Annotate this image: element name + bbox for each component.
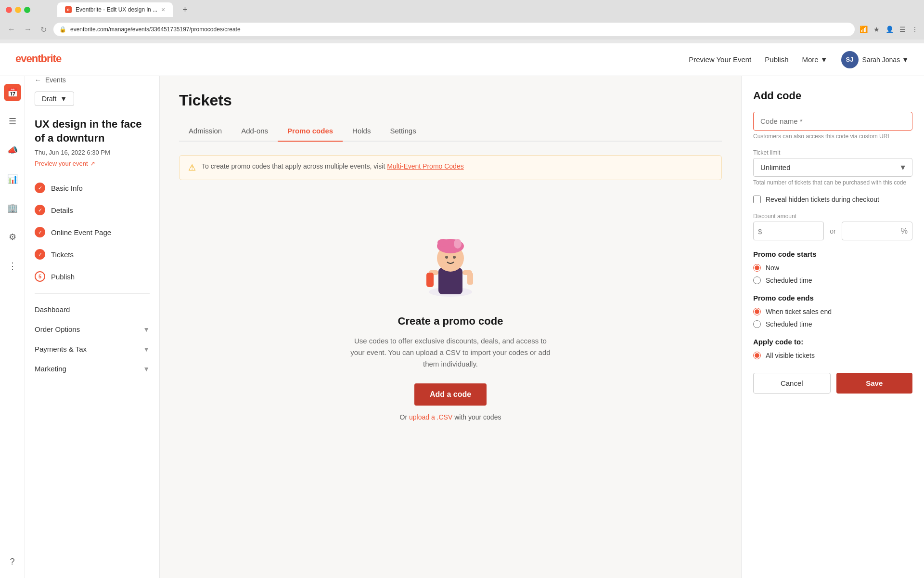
draft-status-button[interactable]: Draft ▼ bbox=[35, 92, 74, 106]
apply-all-visible-row: All visible tickets bbox=[753, 352, 912, 359]
starts-scheduled-label: Scheduled time bbox=[766, 276, 812, 284]
sidebar-payments-tax[interactable]: Payments & Tax ▼ bbox=[25, 339, 159, 359]
percent-symbol: % bbox=[901, 227, 908, 236]
reload-button[interactable]: ↻ bbox=[38, 23, 49, 36]
tab-favicon: e bbox=[65, 6, 72, 13]
help-icon[interactable]: ? bbox=[4, 553, 21, 570]
settings-icon[interactable]: ⚙ bbox=[4, 228, 21, 246]
page-title: Tickets bbox=[179, 92, 722, 109]
list-icon[interactable]: ☰ bbox=[4, 113, 21, 130]
maximize-button[interactable] bbox=[24, 7, 30, 13]
tab-title: Eventbrite - Edit UX design in ... bbox=[76, 6, 157, 13]
nav-item-tickets[interactable]: ✓ Tickets bbox=[35, 243, 150, 265]
tab-settings[interactable]: Settings bbox=[380, 121, 425, 142]
dollar-symbol: $ bbox=[758, 227, 762, 235]
tab-promo-codes[interactable]: Promo codes bbox=[278, 121, 343, 142]
menu-icon[interactable]: ⋮ bbox=[911, 26, 918, 33]
check-icon: ✓ bbox=[35, 183, 45, 193]
eventbrite-logo[interactable]: eventbrite bbox=[15, 51, 83, 68]
starts-now-radio[interactable] bbox=[753, 264, 761, 272]
profile-icon[interactable]: 👤 bbox=[886, 26, 894, 33]
main-sidebar: ← Events Draft ▼ UX design in the face o… bbox=[25, 76, 160, 578]
preview-event-link-sidebar[interactable]: Preview your event ↗ bbox=[25, 160, 159, 167]
nav-item-details[interactable]: ✓ Details bbox=[35, 199, 150, 221]
discount-label: Discount amount bbox=[753, 213, 912, 220]
tab-addons[interactable]: Add-ons bbox=[231, 121, 278, 142]
sidebar-order-options[interactable]: Order Options ▼ bbox=[25, 319, 159, 339]
user-menu[interactable]: SJ Sarah Jonas ▼ bbox=[841, 51, 909, 68]
browser-tab[interactable]: e Eventbrite - Edit UX design in ... × bbox=[57, 2, 173, 17]
code-name-field: Customers can also access this code via … bbox=[753, 112, 912, 140]
preview-event-link[interactable]: Preview Your Event bbox=[689, 55, 751, 64]
chevron-down-icon: ▼ bbox=[821, 55, 828, 64]
cast-icon: 📶 bbox=[860, 26, 868, 33]
promo-illustration bbox=[402, 224, 499, 302]
ends-scheduled-radio[interactable] bbox=[753, 320, 761, 328]
save-button[interactable]: Save bbox=[836, 373, 913, 394]
right-panel: Add code Customers can also access this … bbox=[741, 76, 924, 578]
bookmark-icon[interactable]: ★ bbox=[873, 26, 880, 33]
ticket-limit-select-wrapper: Unlimited ▼ bbox=[753, 158, 912, 177]
multi-event-link[interactable]: Multi-Event Promo Codes bbox=[387, 162, 464, 170]
nav-item-online-event[interactable]: ✓ Online Event Page bbox=[35, 221, 150, 243]
svg-point-6 bbox=[454, 239, 462, 249]
url-text: eventbrite.com/manage/events/33645173519… bbox=[70, 26, 241, 33]
sidebar-dashboard[interactable]: Dashboard bbox=[25, 300, 159, 319]
url-hint: Customers can also access this code via … bbox=[753, 133, 912, 140]
ends-sales-end-radio[interactable] bbox=[753, 308, 761, 315]
more-nav-menu[interactable]: More ▼ bbox=[802, 55, 827, 64]
ends-scheduled-row: Scheduled time bbox=[753, 320, 912, 328]
ticket-limit-select[interactable]: Unlimited bbox=[753, 158, 912, 177]
nav-item-publish[interactable]: 5 Publish bbox=[35, 265, 150, 288]
starts-scheduled-radio[interactable] bbox=[753, 276, 761, 284]
top-nav: eventbrite Preview Your Event Publish Mo… bbox=[0, 43, 924, 76]
expand-icon: ▼ bbox=[143, 345, 150, 353]
back-label: Events bbox=[45, 76, 66, 84]
tab-admission[interactable]: Admission bbox=[179, 121, 231, 142]
event-date: Thu, Jun 16, 2022 6:30 PM bbox=[25, 149, 159, 156]
svg-point-5 bbox=[437, 239, 449, 247]
dollar-input-wrap: $ bbox=[753, 222, 824, 240]
user-name[interactable]: Sarah Jonas ▼ bbox=[862, 56, 909, 64]
close-button[interactable] bbox=[6, 7, 12, 13]
add-code-button[interactable]: Add a code bbox=[414, 383, 487, 406]
forward-nav-button[interactable]: → bbox=[22, 23, 34, 36]
reveal-checkbox[interactable] bbox=[753, 196, 761, 203]
ends-sales-end-label: When ticket sales end bbox=[766, 308, 832, 315]
icon-sidebar: 📅 ☰ 📣 📊 🏢 ⚙ ⋮ ? bbox=[0, 76, 25, 578]
app-layout: eventbrite Preview Your Event Publish Mo… bbox=[0, 43, 924, 578]
minimize-button[interactable] bbox=[15, 7, 21, 13]
expand-icon: ▼ bbox=[143, 365, 150, 373]
info-icon: ⚠ bbox=[188, 162, 196, 173]
megaphone-icon[interactable]: 📣 bbox=[4, 142, 21, 159]
starts-now-row: Now bbox=[753, 264, 912, 272]
sidebar-marketing[interactable]: Marketing ▼ bbox=[25, 359, 159, 379]
browser-chrome: e Eventbrite - Edit UX design in ... × +… bbox=[0, 0, 924, 43]
discount-dollar-input[interactable] bbox=[753, 222, 824, 240]
grid-icon[interactable]: ⋮ bbox=[4, 257, 21, 275]
back-arrow-icon: ← bbox=[35, 76, 41, 84]
publish-nav-button[interactable]: Publish bbox=[765, 55, 788, 64]
nav-item-basic-info[interactable]: ✓ Basic Info bbox=[35, 177, 150, 199]
tabs-bar: Admission Add-ons Promo codes Holds Sett… bbox=[179, 121, 722, 142]
building-icon[interactable]: 🏢 bbox=[4, 199, 21, 217]
user-chevron-icon: ▼ bbox=[902, 56, 909, 64]
tab-holds[interactable]: Holds bbox=[343, 121, 380, 142]
extensions-icon[interactable]: ☰ bbox=[899, 26, 906, 33]
calendar-icon[interactable]: 📅 bbox=[4, 84, 21, 101]
promo-starts-label: Promo code starts bbox=[753, 250, 912, 258]
event-title: UX design in the face of a downturn bbox=[25, 118, 159, 145]
new-tab-button[interactable]: + bbox=[179, 5, 192, 15]
expand-icon: ▼ bbox=[143, 326, 150, 333]
sidebar-divider bbox=[35, 293, 150, 294]
back-nav-button[interactable]: ← bbox=[6, 23, 17, 36]
chart-icon[interactable]: 📊 bbox=[4, 171, 21, 188]
cancel-button[interactable]: Cancel bbox=[753, 373, 831, 394]
code-name-input[interactable] bbox=[753, 112, 912, 131]
upload-csv-link[interactable]: upload a .CSV bbox=[409, 413, 452, 421]
apply-all-visible-radio[interactable] bbox=[753, 352, 761, 359]
tab-close-button[interactable]: × bbox=[161, 6, 165, 13]
address-bar[interactable]: 🔒 eventbrite.com/manage/events/336451735… bbox=[53, 23, 855, 36]
panel-title: Add code bbox=[753, 90, 912, 102]
back-to-events[interactable]: ← Events bbox=[25, 76, 159, 84]
